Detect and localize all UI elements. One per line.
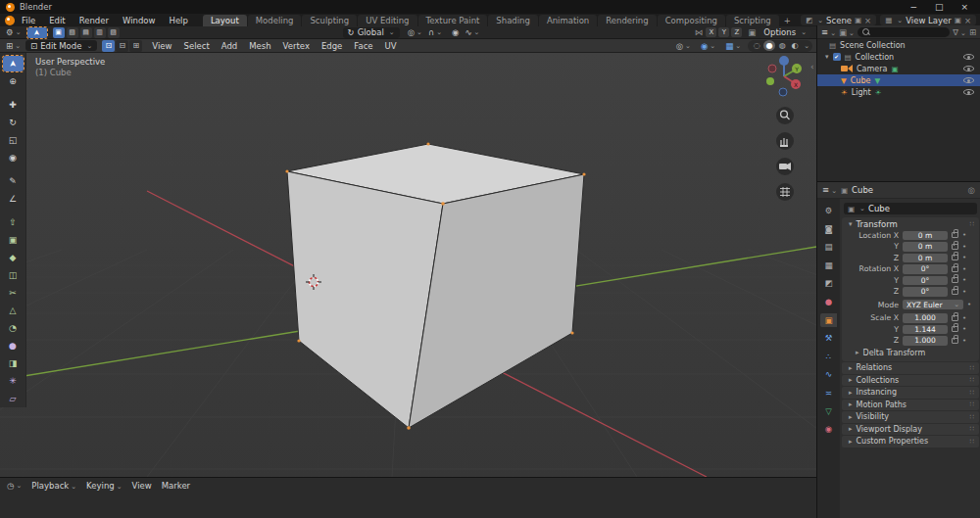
tool-scale[interactable]: ◱ bbox=[3, 132, 24, 148]
tool-shear[interactable]: ▱ bbox=[3, 391, 24, 406]
transform-value-field[interactable]: 1.144 bbox=[903, 325, 948, 335]
lock-icon[interactable] bbox=[952, 244, 958, 250]
remove-view-layer-icon[interactable]: × bbox=[964, 16, 971, 25]
timeline-menu-item[interactable]: Keying⌄ bbox=[81, 481, 126, 491]
mesh-select-mode-button[interactable]: ⊞ bbox=[129, 40, 142, 52]
viewport-menu-item[interactable]: Select bbox=[178, 41, 216, 51]
workspace-tab[interactable]: Layout bbox=[203, 15, 247, 26]
viewport-menu-item[interactable]: Vertex bbox=[277, 41, 316, 51]
workspace-tab[interactable]: Animation bbox=[539, 15, 597, 26]
select-mode-option[interactable]: ▤ bbox=[80, 27, 92, 38]
tab-constraints[interactable]: ≍ bbox=[820, 386, 837, 400]
tab-object[interactable]: ▣ bbox=[820, 313, 837, 327]
workspace-tab[interactable]: Scripting bbox=[726, 15, 779, 26]
viewport-menu-item[interactable]: Edge bbox=[316, 41, 348, 51]
options-dropdown[interactable]: Options ⌄ bbox=[759, 27, 811, 38]
outliner-row-light[interactable]: ☀ Light ☀ bbox=[817, 86, 980, 98]
workspace-tab[interactable]: Compositing bbox=[658, 15, 725, 26]
tool-rotate[interactable]: ↻ bbox=[3, 115, 24, 130]
workspace-tab[interactable]: Sculpting bbox=[302, 15, 357, 26]
snap-target-dropdown[interactable]: ◎ ⌄ bbox=[405, 27, 425, 38]
menu-item[interactable]: Render bbox=[73, 16, 116, 25]
timeline-menu-item[interactable]: Playback⌄ bbox=[26, 481, 81, 491]
tool-select-box[interactable]: ➤ bbox=[3, 56, 24, 71]
mesh-select-mode-button[interactable]: ⊡ bbox=[102, 40, 115, 52]
eye-icon[interactable] bbox=[963, 76, 974, 85]
panel-drag-dots-icon[interactable]: ∷ bbox=[970, 220, 974, 228]
overlays-dropdown[interactable]: ◉ ⌄ bbox=[698, 40, 718, 51]
proportional-editing-toggle[interactable]: ◉ bbox=[449, 27, 462, 38]
unlink-scene-icon[interactable]: × bbox=[864, 16, 871, 25]
shading-mode-button[interactable]: ◌ bbox=[751, 40, 762, 51]
collapsed-panel-header[interactable]: ▸ Relations ∷ bbox=[842, 362, 979, 374]
select-mode-option[interactable]: ▨ bbox=[108, 27, 120, 38]
tab-object-data[interactable]: ▽ bbox=[820, 404, 837, 418]
new-scene-icon[interactable]: ▣ bbox=[855, 16, 861, 24]
tool-knife[interactable]: ✂ bbox=[3, 285, 24, 301]
outliner-row-cube[interactable]: ▼ Cube ▼ bbox=[817, 74, 980, 86]
tool-extrude-region[interactable]: ⇧ bbox=[3, 214, 24, 230]
collapsed-panel-header[interactable]: ▸ Viewport Display ∷ bbox=[842, 424, 979, 436]
viewport-menu-item[interactable]: View bbox=[146, 41, 177, 51]
new-view-layer-icon[interactable]: ▣ bbox=[955, 16, 961, 24]
tool-spin[interactable]: ◔ bbox=[3, 320, 24, 336]
collapsed-panel-header[interactable]: ▸ Motion Paths ∷ bbox=[842, 400, 979, 411]
region-collapse-chevron-icon[interactable]: ‹ bbox=[810, 62, 814, 71]
workspace-tab[interactable]: UV Editing bbox=[358, 15, 416, 26]
tool-transform[interactable]: ◉ bbox=[3, 150, 24, 165]
timeline-menu-item[interactable]: View⌄ bbox=[127, 481, 157, 491]
transform-value-field[interactable]: 0° bbox=[903, 264, 948, 274]
collapsed-panel-header[interactable]: ▸ Collections ∷ bbox=[842, 375, 979, 387]
lock-icon[interactable] bbox=[952, 255, 958, 260]
outliner-search-input[interactable] bbox=[858, 27, 950, 37]
tool-edge-slide[interactable]: ◨ bbox=[3, 355, 24, 371]
gizmo-z-axis[interactable] bbox=[779, 56, 789, 66]
viewport-canvas[interactable]: Y X ‹ bbox=[0, 53, 816, 477]
transform-value-field[interactable]: 0° bbox=[903, 287, 948, 297]
delta-transform-panel-header[interactable]: ▸ Delta Transform bbox=[842, 347, 979, 358]
snap-toggle[interactable]: ∩ ⌄ bbox=[425, 27, 445, 38]
tab-world[interactable]: ● bbox=[820, 295, 837, 308]
animate-dot-icon[interactable]: • bbox=[962, 325, 966, 333]
rotation-mode-dropdown[interactable]: XYZ Euler ⌄ bbox=[903, 300, 963, 309]
lock-icon[interactable] bbox=[952, 289, 958, 295]
transform-panel-header[interactable]: ▾ Transform ∷ bbox=[842, 217, 979, 230]
collapsed-panel-header[interactable]: ▸ Instancing ∷ bbox=[842, 387, 979, 399]
zoom-button[interactable] bbox=[776, 107, 794, 124]
menu-item[interactable]: File bbox=[15, 16, 42, 25]
gizmo-neg-y-axis[interactable] bbox=[766, 77, 774, 85]
viewport-menu-item[interactable]: UV bbox=[379, 41, 403, 51]
eye-icon[interactable] bbox=[963, 88, 974, 97]
close-button[interactable]: × bbox=[960, 2, 968, 12]
gizmos-dropdown[interactable]: ◎ ⌄ bbox=[673, 40, 694, 51]
animate-dot-icon[interactable]: • bbox=[962, 231, 966, 239]
chevron-down-icon[interactable]: ⌄ bbox=[804, 42, 809, 50]
tool-move[interactable]: ✚ bbox=[3, 97, 24, 113]
lock-icon[interactable] bbox=[952, 277, 958, 283]
animate-dot-icon[interactable]: • bbox=[962, 337, 966, 345]
add-workspace-button[interactable]: + bbox=[779, 16, 796, 25]
gizmo-neg-z-axis[interactable] bbox=[779, 88, 787, 96]
cube-mesh[interactable] bbox=[287, 144, 584, 428]
select-mode-option[interactable]: ▧ bbox=[67, 27, 78, 38]
tool-measure[interactable]: ∠ bbox=[3, 191, 24, 207]
tool-cursor[interactable]: ⊕ bbox=[3, 73, 24, 89]
tab-view-layer[interactable]: ▦ bbox=[820, 259, 837, 272]
timeline-editor-type-button[interactable]: ◷ ⌄ bbox=[4, 481, 24, 492]
collapsed-panel-header[interactable]: ▸ Visibility ∷ bbox=[842, 411, 979, 423]
tab-tool[interactable]: ⚙ bbox=[820, 204, 837, 217]
outliner-row-camera[interactable]: Camera ▣ bbox=[817, 63, 980, 74]
gizmo-neg-x-axis[interactable] bbox=[768, 65, 776, 72]
lock-icon[interactable] bbox=[952, 315, 958, 321]
workspace-tab[interactable]: Shading bbox=[488, 15, 538, 26]
animate-dot-icon[interactable]: • bbox=[962, 243, 966, 251]
viewport-menu-item[interactable]: Face bbox=[348, 41, 378, 51]
blender-menu-icon[interactable] bbox=[5, 16, 15, 25]
workspace-tab[interactable]: Modeling bbox=[248, 15, 302, 26]
outliner-filter-button[interactable]: ∇⌄ bbox=[953, 27, 966, 37]
xray-toggle[interactable]: ▦ ⌄ bbox=[722, 40, 744, 51]
transform-value-field[interactable]: 0 m bbox=[903, 242, 948, 252]
tool-shrink-fatten[interactable]: ✳ bbox=[3, 373, 24, 389]
select-mode-option[interactable]: ▣ bbox=[53, 27, 65, 38]
tool-poly-build[interactable]: △ bbox=[3, 303, 24, 318]
